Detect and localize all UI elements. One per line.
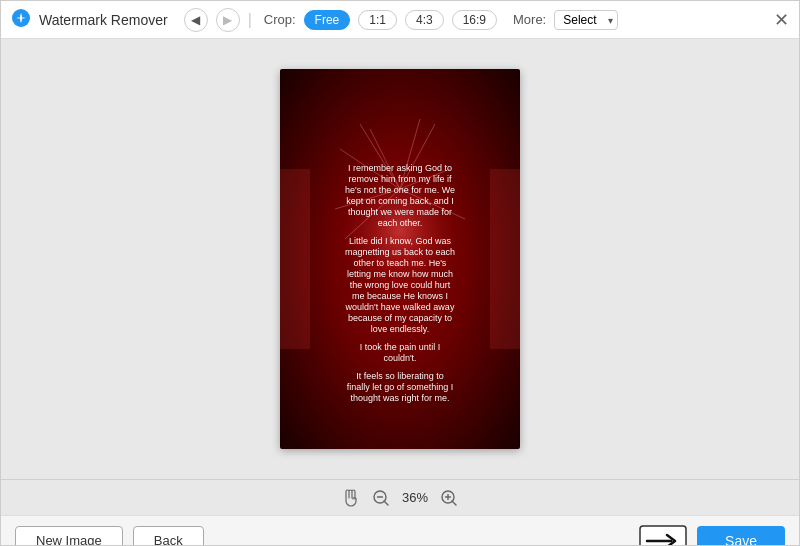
more-select-wrap[interactable]: Select	[554, 10, 618, 30]
separator-1: |	[248, 11, 252, 29]
more-label: More:	[513, 12, 546, 27]
svg-text:letting me know how much: letting me know how much	[347, 269, 453, 279]
zoom-level: 36%	[402, 490, 428, 505]
zoom-out-button[interactable]	[372, 489, 390, 507]
svg-text:finally let go of something I: finally let go of something I	[347, 382, 454, 392]
crop-4-3-button[interactable]: 4:3	[405, 10, 444, 30]
footer: New Image Back Save	[1, 515, 799, 546]
zoom-in-button[interactable]	[440, 489, 458, 507]
svg-text:love endlessly.: love endlessly.	[371, 324, 429, 334]
svg-text:It feels so liberating to: It feels so liberating to	[356, 371, 444, 381]
svg-text:because of my capacity to: because of my capacity to	[348, 313, 452, 323]
svg-rect-12	[280, 169, 310, 349]
svg-text:thought was right for me.: thought was right for me.	[350, 393, 449, 403]
crop-label: Crop:	[264, 12, 296, 27]
app-title: Watermark Remover	[39, 12, 168, 28]
crop-1-1-button[interactable]: 1:1	[358, 10, 397, 30]
svg-text:remove him from my life if: remove him from my life if	[348, 174, 452, 184]
zoombar: 36%	[1, 479, 799, 515]
image-svg: I remember asking God to remove him from…	[280, 69, 520, 449]
titlebar: Watermark Remover ◀ ▶ | Crop: Free 1:1 4…	[1, 1, 799, 39]
svg-text:I took the pain until I: I took the pain until I	[360, 342, 441, 352]
more-select[interactable]: Select	[554, 10, 618, 30]
svg-text:the wrong love could hurt: the wrong love could hurt	[350, 280, 451, 290]
image-preview: I remember asking God to remove him from…	[280, 69, 520, 449]
nav-forward-button[interactable]: ▶	[216, 8, 240, 32]
svg-rect-42	[640, 526, 686, 547]
app-logo-icon	[11, 8, 31, 32]
svg-text:couldn't.: couldn't.	[383, 353, 416, 363]
svg-text:thought we were made for: thought we were made for	[348, 207, 452, 217]
svg-text:kept on coming back, and I: kept on coming back, and I	[346, 196, 454, 206]
svg-text:each other.: each other.	[378, 218, 423, 228]
save-arrow-icon	[639, 525, 687, 547]
canvas-area: I remember asking God to remove him from…	[1, 39, 799, 479]
nav-back-button[interactable]: ◀	[184, 8, 208, 32]
svg-rect-13	[490, 169, 520, 349]
close-button[interactable]: ✕	[774, 11, 789, 29]
svg-text:Little did I know, God was: Little did I know, God was	[349, 236, 452, 246]
svg-text:he's not the one for me. We: he's not the one for me. We	[345, 185, 455, 195]
svg-text:I remember asking God to: I remember asking God to	[348, 163, 452, 173]
back-button[interactable]: Back	[133, 526, 204, 546]
svg-text:wouldn't have walked away: wouldn't have walked away	[345, 302, 455, 312]
crop-16-9-button[interactable]: 16:9	[452, 10, 497, 30]
hand-tool-button[interactable]	[342, 489, 360, 507]
crop-free-button[interactable]: Free	[304, 10, 351, 30]
svg-text:me because He knows I: me because He knows I	[352, 291, 448, 301]
new-image-button[interactable]: New Image	[15, 526, 123, 546]
svg-text:other to teach me. He's: other to teach me. He's	[354, 258, 447, 268]
svg-line-41	[452, 501, 456, 505]
svg-text:magnetting us back to each: magnetting us back to each	[345, 247, 455, 257]
save-button[interactable]: Save	[697, 526, 785, 547]
svg-line-37	[384, 501, 388, 505]
